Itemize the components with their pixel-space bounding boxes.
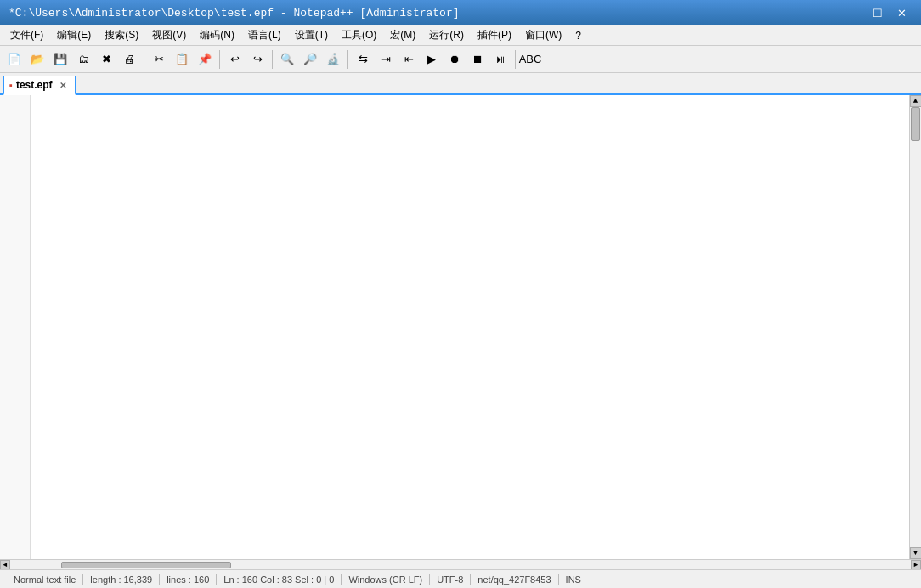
toolbar-macro2[interactable]: ⏺ — [444, 48, 466, 71]
toolbar-cut[interactable]: ✂ — [148, 48, 170, 71]
hscroll-thumb[interactable] — [61, 562, 231, 568]
hscroll-left-arrow[interactable]: ◄ — [0, 560, 10, 570]
toolbar-sep2 — [219, 50, 220, 69]
status-bar: Normal text file length : 16,339 lines :… — [0, 569, 921, 588]
editor-container: ▲ ▼ — [0, 95, 921, 559]
code-content[interactable] — [31, 95, 909, 559]
scroll-up-arrow[interactable]: ▲ — [910, 95, 922, 107]
scroll-track[interactable] — [910, 107, 921, 547]
toolbar-zoom-in[interactable]: 🔬 — [322, 48, 344, 71]
hscroll-track[interactable] — [10, 561, 911, 569]
vertical-scrollbar[interactable]: ▲ ▼ — [909, 95, 921, 559]
toolbar-undo[interactable]: ↩ — [223, 48, 246, 71]
toolbar-sep1 — [144, 50, 144, 69]
menu-edit[interactable]: 编辑(E) — [50, 26, 98, 44]
toolbar-copy[interactable]: 📋 — [171, 48, 193, 71]
status-length: length : 16,339 — [83, 574, 160, 585]
menu-tools[interactable]: 工具(O) — [335, 26, 383, 44]
toolbar-sep5 — [515, 50, 516, 69]
scroll-thumb[interactable] — [911, 107, 920, 141]
title-text: *C:\Users\Administrator\Desktop\test.epf… — [8, 7, 460, 20]
toolbar-print[interactable]: 🖨 — [118, 48, 140, 71]
toolbar: 📄 📂 💾 🗂 ✖ 🖨 ✂ 📋 📌 ↩ ↪ 🔍 🔎 🔬 ⇆ ⇥ ⇤ ▶ ⏺ ⏹ … — [0, 46, 921, 73]
tab-close-button[interactable]: ✕ — [59, 81, 66, 90]
hscroll-right-arrow[interactable]: ► — [911, 560, 921, 570]
toolbar-paste[interactable]: 📌 — [194, 48, 216, 71]
menu-run[interactable]: 运行(R) — [422, 26, 471, 44]
toolbar-macro4[interactable]: ⏯ — [489, 48, 511, 71]
tab-test-epf[interactable]: ▪ test.epf ✕ — [3, 76, 76, 95]
toolbar-macro3[interactable]: ⏹ — [466, 48, 489, 71]
status-extra: net/qq_427F8453 — [471, 574, 558, 585]
toolbar-save[interactable]: 💾 — [49, 48, 71, 71]
status-file-type: Normal text file — [7, 574, 83, 585]
maximize-button[interactable]: ☐ — [867, 4, 889, 21]
menu-plugins[interactable]: 插件(P) — [471, 26, 518, 44]
toolbar-sep4 — [347, 50, 348, 69]
menu-search[interactable]: 搜索(S) — [98, 26, 145, 44]
toolbar-redo[interactable]: ↪ — [246, 48, 268, 71]
toolbar-sep3 — [272, 50, 273, 69]
menu-encoding[interactable]: 编码(N) — [193, 26, 241, 44]
menu-bar: 文件(F) 编辑(E) 搜索(S) 视图(V) 编码(N) 语言(L) 设置(T… — [0, 25, 921, 46]
menu-file[interactable]: 文件(F) — [3, 26, 50, 44]
status-encoding: UTF-8 — [430, 574, 471, 585]
tab-label: test.epf — [16, 79, 53, 91]
menu-language[interactable]: 语言(L) — [241, 26, 288, 44]
scroll-down-arrow[interactable]: ▼ — [910, 547, 922, 559]
toolbar-new[interactable]: 📄 — [3, 48, 25, 71]
menu-view[interactable]: 视图(V) — [145, 26, 193, 44]
toolbar-open[interactable]: 📂 — [26, 48, 48, 71]
status-ins: INS — [559, 574, 588, 585]
toolbar-save-all[interactable]: 🗂 — [72, 48, 94, 71]
close-button[interactable]: ✕ — [890, 4, 913, 21]
menu-window[interactable]: 窗口(W) — [518, 26, 568, 44]
horizontal-scrollbar[interactable]: ◄ ► — [0, 559, 921, 569]
status-line-ending: Windows (CR LF) — [342, 574, 430, 585]
minimize-button[interactable]: — — [843, 4, 865, 21]
status-position: Ln : 160 Col : 83 Sel : 0 | 0 — [217, 574, 342, 585]
tab-icon: ▪ — [9, 80, 13, 90]
menu-help[interactable]: ? — [568, 28, 588, 43]
line-numbers — [0, 95, 31, 559]
tab-bar: ▪ test.epf ✕ — [0, 73, 921, 95]
toolbar-macro1[interactable]: ▶ — [421, 48, 443, 71]
toolbar-close[interactable]: ✖ — [95, 48, 117, 71]
toolbar-find[interactable]: 🔍 — [276, 48, 298, 71]
menu-macro[interactable]: 宏(M) — [383, 26, 422, 44]
menu-settings[interactable]: 设置(T) — [288, 26, 335, 44]
title-controls: — ☐ ✕ — [843, 4, 913, 21]
status-lines: lines : 160 — [160, 574, 217, 585]
toolbar-wrap[interactable]: ⇆ — [352, 48, 374, 71]
title-bar: *C:\Users\Administrator\Desktop\test.epf… — [0, 0, 921, 25]
toolbar-spell[interactable]: ABC — [519, 48, 541, 71]
toolbar-find-replace[interactable]: 🔎 — [299, 48, 321, 71]
toolbar-indent[interactable]: ⇥ — [375, 48, 397, 71]
toolbar-outdent[interactable]: ⇤ — [398, 48, 420, 71]
